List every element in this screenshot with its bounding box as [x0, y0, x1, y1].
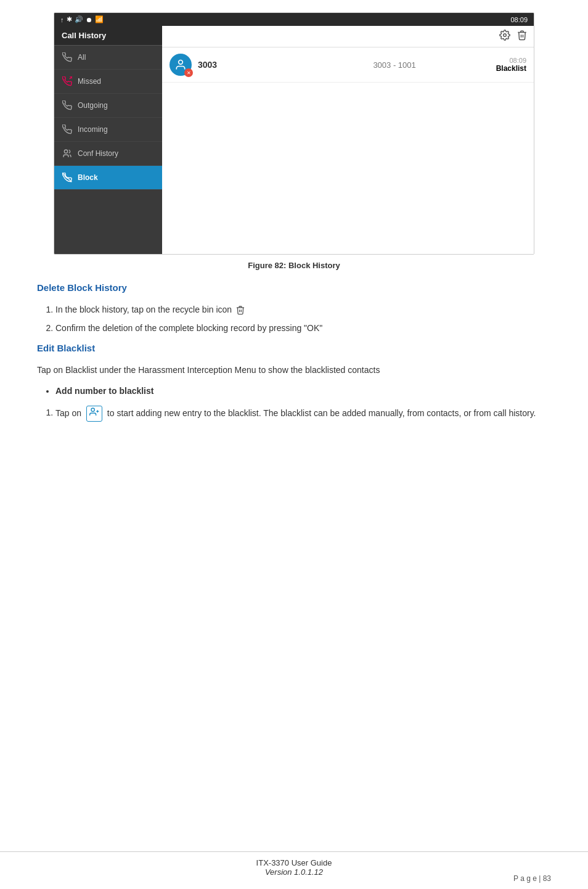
tap-on-text: Tap on: [55, 408, 84, 417]
add-blacklist-description: to start adding new entry to the blackli…: [107, 408, 536, 417]
sidebar-missed-label: Missed: [78, 77, 101, 86]
page-footer: ITX-3370 User Guide Version 1.0.1.12: [0, 851, 588, 877]
page-number: P a g e | 83: [513, 874, 551, 883]
page-content: ↑ ✱ 🔊 ⏺ 📶 08:09 Call History: [0, 0, 588, 478]
sidebar-item-conf-history[interactable]: Conf History: [54, 142, 162, 166]
sidebar: Call History All: [54, 26, 162, 254]
section-edit-blacklist: Edit Blacklist Tap on Blacklist under th…: [37, 343, 551, 422]
step-1-delete: In the block history, tap on the recycle…: [55, 303, 551, 316]
bullet-add-number: Add number to blacklist: [55, 384, 551, 398]
status-bar-right: 08:09: [510, 16, 528, 23]
wifi-icon: 📶: [95, 15, 104, 23]
blacklist-bullets: Add number to blacklist: [55, 384, 551, 398]
figure-caption: Figure 82: Block History: [37, 261, 551, 270]
svg-point-3: [504, 34, 507, 37]
edit-blacklist-body: Tap on Blacklist under the Harassment In…: [37, 363, 551, 377]
time-display: 08:09: [510, 16, 528, 23]
call-all-icon: [62, 52, 73, 63]
contact-extension: 3003 - 1001: [300, 60, 490, 70]
call-incoming-icon: [62, 124, 73, 135]
step-2-delete: Confirm the deletion of the complete blo…: [55, 321, 551, 335]
footer-version: Version 1.0.1.12: [0, 867, 588, 877]
sidebar-block-label: Block: [78, 173, 98, 182]
sidebar-item-all[interactable]: All: [54, 46, 162, 70]
add-person-icon: [86, 406, 102, 422]
phone-screen: ↑ ✱ 🔊 ⏺ 📶 08:09 Call History: [54, 13, 534, 254]
conf-history-icon: [62, 148, 73, 159]
screenshot-container: ↑ ✱ 🔊 ⏺ 📶 08:09 Call History: [54, 12, 534, 255]
sidebar-incoming-label: Incoming: [78, 125, 108, 134]
contact-meta: 08:09 Blacklist: [496, 57, 526, 73]
step-1-add-blacklist: Tap on to start adding new entry to the …: [55, 406, 551, 422]
settings-header-icon[interactable]: [499, 30, 510, 43]
sidebar-header: Call History: [54, 26, 162, 46]
status-bar: ↑ ✱ 🔊 ⏺ 📶 08:09: [54, 13, 534, 26]
delete-block-history-heading: Delete Block History: [37, 282, 551, 293]
call-outgoing-icon: [62, 100, 73, 111]
blacklist-badge: Blacklist: [496, 64, 526, 73]
svg-point-5: [91, 408, 94, 411]
contact-row[interactable]: ✕ 3003 3003 - 1001 08:09 Blacklist: [162, 47, 534, 83]
sidebar-item-incoming[interactable]: Incoming: [54, 118, 162, 142]
section-delete-block-history: Delete Block History In the block histor…: [37, 282, 551, 335]
contact-time: 08:09: [496, 57, 526, 64]
sidebar-all-label: All: [78, 53, 86, 62]
sidebar-item-missed[interactable]: Missed: [54, 70, 162, 94]
block-badge: ✕: [184, 68, 193, 77]
main-header: [162, 26, 534, 47]
svg-point-1: [64, 150, 67, 153]
svg-point-4: [179, 60, 183, 65]
step-2-text: Confirm the deletion of the complete blo…: [55, 323, 322, 333]
footer-product: ITX-3370 User Guide: [0, 858, 588, 867]
add-blacklist-steps: Tap on to start adding new entry to the …: [55, 406, 551, 422]
edit-blacklist-heading: Edit Blacklist: [37, 343, 551, 353]
phone-ui-body: Call History All: [54, 26, 534, 254]
sidebar-item-block[interactable]: Block: [54, 166, 162, 190]
upload-icon: ↑: [60, 16, 64, 23]
main-panel: ✕ 3003 3003 - 1001 08:09 Blacklist: [162, 26, 534, 254]
record-icon: ⏺: [86, 16, 92, 23]
delete-steps-list: In the block history, tap on the recycle…: [55, 303, 551, 335]
sidebar-item-outgoing[interactable]: Outgoing: [54, 94, 162, 118]
volume-icon: 🔊: [75, 15, 83, 23]
contact-avatar: ✕: [169, 54, 192, 76]
sidebar-outgoing-label: Outgoing: [78, 101, 108, 110]
delete-header-icon[interactable]: [517, 30, 528, 43]
bluetooth-icon: ✱: [67, 15, 72, 23]
contact-number: 3003: [198, 60, 293, 70]
step-1-text: In the block history, tap on the recycle…: [55, 305, 232, 314]
block-icon: [62, 172, 73, 183]
status-bar-left: ↑ ✱ 🔊 ⏺ 📶: [60, 15, 104, 23]
call-missed-icon: [62, 76, 73, 87]
sidebar-conf-history-label: Conf History: [78, 149, 118, 158]
recycle-bin-icon: [234, 304, 247, 316]
